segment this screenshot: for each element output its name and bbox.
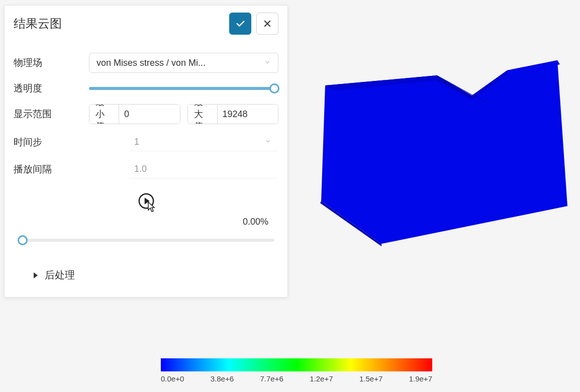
range-max-input[interactable] (218, 105, 278, 124)
range-row: 显示范围 最小值 最大值 (14, 104, 278, 124)
caret-right-icon (34, 272, 38, 278)
field-label: 物理场 (14, 56, 89, 69)
legend-tick: 1.5e+7 (359, 374, 382, 383)
check-icon (235, 18, 246, 29)
field-select[interactable]: von Mises stress / von Mi... (89, 53, 278, 73)
timestep-select[interactable]: 1 (129, 133, 278, 151)
cursor-icon (144, 201, 156, 214)
field-select-value: von Mises stress / von Mi... (96, 58, 206, 68)
confirm-button[interactable] (229, 13, 251, 35)
opacity-slider[interactable] (89, 82, 278, 94)
range-min-label: 最小值 (89, 105, 119, 124)
interval-input[interactable] (129, 160, 278, 178)
postprocess-section[interactable]: 后处理 (14, 268, 278, 282)
chevron-down-icon (264, 59, 271, 67)
range-label: 显示范围 (14, 108, 89, 121)
panel-body: 物理场 von Mises stress / von Mi... 透明度 显示范… (5, 40, 287, 297)
legend-tick: 7.7e+6 (260, 374, 283, 383)
model-contour (306, 45, 567, 266)
range-max-label: 最大值 (188, 105, 218, 124)
range-min-wrap: 最小值 (89, 104, 180, 124)
legend-tick: 1.2e+7 (310, 374, 333, 383)
progress-slider[interactable] (14, 234, 278, 246)
chevron-down-icon (264, 138, 271, 146)
close-icon (263, 19, 272, 28)
panel-header: 结果云图 (5, 6, 287, 40)
range-max-wrap: 最大值 (187, 104, 279, 124)
range-min-input[interactable] (119, 105, 179, 124)
close-button[interactable] (256, 13, 278, 35)
panel-title: 结果云图 (14, 16, 224, 32)
timestep-row: 时间步 1 (14, 133, 278, 151)
legend-tick: 0.0e+0 (161, 374, 184, 383)
viewport-3d[interactable] (294, 0, 580, 312)
postprocess-label: 后处理 (45, 268, 75, 282)
timestep-value: 1 (134, 137, 139, 147)
field-row: 物理场 von Mises stress / von Mi... (14, 53, 278, 73)
legend-bar (161, 358, 432, 371)
opacity-row: 透明度 (14, 82, 278, 95)
legend-tick: 1.9e+7 (409, 374, 432, 383)
opacity-track (89, 87, 278, 90)
play-row (14, 191, 278, 213)
progress-percent: 0.00% (14, 217, 278, 227)
color-legend: 0.0e+0 3.8e+6 7.7e+6 1.2e+7 1.5e+7 1.9e+… (161, 358, 432, 383)
progress-track (18, 239, 274, 242)
opacity-label: 透明度 (14, 82, 89, 95)
range-group: 最小值 最大值 (89, 104, 278, 124)
interval-row: 播放间隔 (14, 160, 278, 178)
timestep-label: 时间步 (14, 136, 129, 149)
interval-label: 播放间隔 (14, 163, 129, 176)
opacity-thumb[interactable] (269, 83, 279, 93)
progress-thumb[interactable] (18, 235, 28, 245)
legend-ticks: 0.0e+0 3.8e+6 7.7e+6 1.2e+7 1.5e+7 1.9e+… (161, 374, 432, 383)
legend-tick: 3.8e+6 (211, 374, 234, 383)
play-button[interactable] (136, 191, 156, 213)
contour-panel: 结果云图 物理场 von Mises stress / von Mi... 透明… (4, 5, 288, 298)
